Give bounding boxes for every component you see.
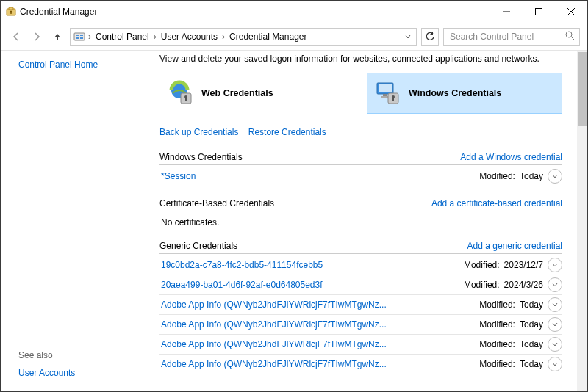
- svg-rect-18: [185, 97, 187, 101]
- search-icon: [565, 31, 575, 43]
- expand-chevron-icon[interactable]: [548, 317, 562, 332]
- expand-chevron-icon[interactable]: [548, 277, 562, 292]
- modified-label: Modified:: [479, 359, 515, 369]
- credential-name: 20aea499-ba01-4d6f-92af-e0d64805ed3f: [161, 280, 323, 290]
- svg-rect-11: [76, 37, 79, 39]
- modified-label: Modified:: [464, 260, 500, 270]
- svg-rect-20: [379, 84, 392, 92]
- svg-rect-5: [536, 9, 542, 15]
- svg-rect-10: [80, 35, 83, 36]
- monitor-safe-icon: [375, 80, 401, 106]
- sidebar-user-accounts[interactable]: User Accounts: [18, 368, 137, 378]
- chevron-right-icon: ›: [220, 32, 226, 42]
- svg-point-13: [566, 32, 572, 37]
- app-icon: [5, 6, 17, 18]
- link-restore-credentials[interactable]: Restore Credentials: [248, 127, 326, 137]
- globe-safe-icon: [168, 80, 194, 106]
- credential-row[interactable]: Adobe App Info (QWNyb2JhdFJlYWRlcjF7fTIw…: [159, 295, 562, 315]
- svg-rect-3: [10, 12, 11, 14]
- breadcrumb-dropdown[interactable]: [401, 29, 415, 45]
- modified-value: Today: [520, 300, 543, 310]
- section-cert-credentials: Certificate-Based Credentials Add a cert…: [159, 198, 562, 229]
- link-add-windows-credential[interactable]: Add a Windows credential: [460, 152, 562, 162]
- section-title: Generic Credentials: [159, 241, 237, 251]
- credential-row[interactable]: Adobe App Info (QWNyb2JhdFJlYWRlcjF7fTIw…: [159, 355, 562, 374]
- section-windows-credentials: Windows Credentials Add a Windows creden…: [159, 152, 562, 186]
- sidebar-home[interactable]: Control Panel Home: [18, 59, 137, 70]
- expand-chevron-icon[interactable]: [548, 337, 562, 352]
- credential-row[interactable]: Adobe App Info (QWNyb2JhdFJlYWRlcjF7fTIw…: [159, 335, 562, 355]
- svg-rect-25: [392, 97, 394, 101]
- credential-name: Adobe App Info (QWNyb2JhdFJlYWRlcjF7fTIw…: [161, 339, 387, 349]
- close-button[interactable]: [555, 1, 587, 23]
- forward-button[interactable]: [29, 29, 45, 45]
- tile-label: Web Credentials: [201, 88, 273, 98]
- modified-label: Modified:: [464, 280, 500, 290]
- svg-rect-8: [74, 33, 85, 40]
- link-add-cert-credential[interactable]: Add a certificate-based credential: [431, 198, 562, 208]
- back-button[interactable]: [8, 29, 24, 45]
- breadcrumb-item[interactable]: Control Panel: [93, 30, 152, 43]
- titlebar: Credential Manager: [1, 1, 587, 23]
- modified-value: Today: [520, 359, 543, 369]
- tile-label: Windows Credentials: [409, 88, 501, 98]
- modified-value: 2023/12/7: [504, 260, 543, 270]
- expand-chevron-icon[interactable]: [548, 169, 562, 184]
- section-title: Windows Credentials: [159, 152, 243, 162]
- empty-text: No certificates.: [159, 213, 562, 229]
- vertical-scrollbar[interactable]: [577, 51, 587, 391]
- sidebar-see-also-label: See also: [18, 350, 137, 360]
- modified-value: Today: [520, 319, 543, 330]
- scrollbar-thumb[interactable]: [578, 52, 587, 126]
- search-box[interactable]: [443, 28, 580, 46]
- svg-line-14: [571, 37, 574, 40]
- window-title: Credential Manager: [20, 7, 97, 17]
- modified-label: Modified:: [479, 171, 515, 181]
- search-input[interactable]: [448, 31, 553, 43]
- expand-chevron-icon[interactable]: [548, 297, 562, 312]
- content: View and delete your saved logon informa…: [145, 51, 577, 391]
- minimize-button[interactable]: [490, 1, 523, 23]
- credential-name: *Session: [161, 171, 196, 181]
- tile-web-credentials[interactable]: Web Credentials: [159, 73, 355, 114]
- modified-label: Modified:: [479, 300, 515, 310]
- credential-name: Adobe App Info (QWNyb2JhdFJlYWRlcjF7fTIw…: [161, 319, 387, 330]
- expand-chevron-icon[interactable]: [548, 258, 562, 272]
- maximize-button[interactable]: [523, 1, 555, 23]
- breadcrumb-item[interactable]: User Accounts: [158, 30, 220, 43]
- modified-value: Today: [520, 171, 543, 181]
- chevron-right-icon: ›: [87, 32, 93, 42]
- up-button[interactable]: [49, 29, 65, 45]
- modified-label: Modified:: [479, 339, 515, 349]
- credential-name: Adobe App Info (QWNyb2JhdFJlYWRlcjF7fTIw…: [161, 359, 387, 369]
- refresh-button[interactable]: [421, 28, 439, 46]
- section-generic-credentials: Generic Credentials Add a generic creden…: [159, 241, 562, 374]
- sidebar: Control Panel Home See also User Account…: [1, 51, 145, 391]
- svg-rect-1: [9, 7, 13, 10]
- credential-row[interactable]: Adobe App Info (QWNyb2JhdFJlYWRlcjF7fTIw…: [159, 315, 562, 335]
- link-add-generic-credential[interactable]: Add a generic credential: [467, 241, 562, 251]
- modified-label: Modified:: [479, 319, 515, 330]
- credential-row[interactable]: 20aea499-ba01-4d6f-92af-e0d64805ed3f Mod…: [159, 275, 562, 295]
- section-title: Certificate-Based Credentials: [159, 198, 274, 208]
- modified-value: 2024/3/26: [504, 280, 543, 290]
- expand-chevron-icon[interactable]: [548, 357, 562, 371]
- modified-value: Today: [520, 339, 543, 349]
- credential-row[interactable]: *Session Modified: Today: [159, 167, 562, 186]
- credential-row[interactable]: 19c0bd2a-c7a8-4fc2-bdb5-411154fcebb5 Mod…: [159, 255, 562, 275]
- intro-text: View and delete your saved logon informa…: [159, 51, 562, 64]
- svg-rect-12: [80, 37, 83, 39]
- control-panel-icon: [74, 31, 85, 43]
- breadcrumb[interactable]: › Control Panel › User Accounts › Creden…: [70, 28, 417, 46]
- tile-windows-credentials[interactable]: Windows Credentials: [367, 73, 562, 114]
- link-backup-credentials[interactable]: Back up Credentials: [159, 127, 238, 137]
- credential-name: Adobe App Info (QWNyb2JhdFJlYWRlcjF7fTIw…: [161, 300, 387, 310]
- chevron-right-icon: ›: [152, 32, 158, 42]
- svg-rect-9: [76, 35, 79, 36]
- addressbar: › Control Panel › User Accounts › Creden…: [1, 23, 587, 51]
- breadcrumb-item[interactable]: Credential Manager: [226, 30, 309, 43]
- svg-rect-21: [383, 94, 387, 96]
- credential-name: 19c0bd2a-c7a8-4fc2-bdb5-411154fcebb5: [161, 260, 323, 270]
